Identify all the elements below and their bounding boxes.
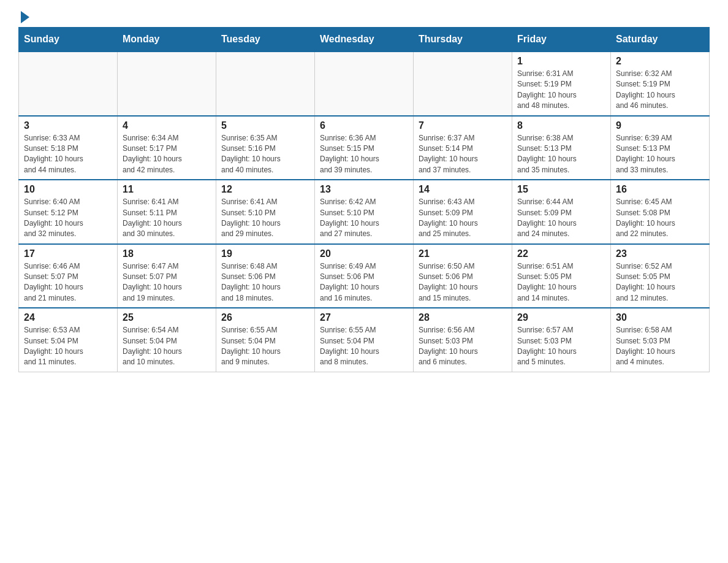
calendar-week-row: 3Sunrise: 6:33 AM Sunset: 5:18 PM Daylig…	[19, 116, 710, 180]
calendar-cell: 14Sunrise: 6:43 AM Sunset: 5:09 PM Dayli…	[414, 180, 512, 244]
day-number: 1	[517, 56, 605, 67]
calendar-cell	[414, 52, 512, 116]
day-info: Sunrise: 6:45 AM Sunset: 5:08 PM Dayligh…	[616, 197, 704, 240]
day-number: 13	[320, 184, 408, 195]
day-number: 5	[221, 120, 309, 131]
calendar-cell: 17Sunrise: 6:46 AM Sunset: 5:07 PM Dayli…	[19, 244, 118, 308]
day-number: 28	[419, 312, 507, 323]
logo	[18, 12, 29, 21]
calendar-cell: 26Sunrise: 6:55 AM Sunset: 5:04 PM Dayli…	[216, 308, 315, 372]
weekday-header-saturday: Saturday	[611, 28, 710, 52]
day-number: 25	[123, 312, 211, 323]
day-info: Sunrise: 6:55 AM Sunset: 5:04 PM Dayligh…	[221, 325, 309, 368]
calendar-week-row: 1Sunrise: 6:31 AM Sunset: 5:19 PM Daylig…	[19, 52, 710, 116]
calendar-cell: 12Sunrise: 6:41 AM Sunset: 5:10 PM Dayli…	[216, 180, 315, 244]
calendar-week-row: 17Sunrise: 6:46 AM Sunset: 5:07 PM Dayli…	[19, 244, 710, 308]
day-number: 29	[517, 312, 605, 323]
calendar-cell: 22Sunrise: 6:51 AM Sunset: 5:05 PM Dayli…	[512, 244, 611, 308]
day-info: Sunrise: 6:58 AM Sunset: 5:03 PM Dayligh…	[616, 325, 704, 368]
day-number: 7	[419, 120, 507, 131]
day-number: 30	[616, 312, 704, 323]
day-info: Sunrise: 6:57 AM Sunset: 5:03 PM Dayligh…	[517, 325, 605, 368]
weekday-header-wednesday: Wednesday	[315, 28, 414, 52]
day-info: Sunrise: 6:51 AM Sunset: 5:05 PM Dayligh…	[517, 261, 605, 304]
calendar-cell: 29Sunrise: 6:57 AM Sunset: 5:03 PM Dayli…	[512, 308, 611, 372]
weekday-header-tuesday: Tuesday	[216, 28, 315, 52]
day-number: 9	[616, 120, 704, 131]
calendar-cell: 24Sunrise: 6:53 AM Sunset: 5:04 PM Dayli…	[19, 308, 118, 372]
calendar-header-row: SundayMondayTuesdayWednesdayThursdayFrid…	[19, 28, 710, 52]
day-info: Sunrise: 6:53 AM Sunset: 5:04 PM Dayligh…	[24, 325, 112, 368]
day-number: 24	[24, 312, 112, 323]
day-info: Sunrise: 6:43 AM Sunset: 5:09 PM Dayligh…	[419, 197, 507, 240]
day-info: Sunrise: 6:41 AM Sunset: 5:11 PM Dayligh…	[123, 197, 211, 240]
day-info: Sunrise: 6:38 AM Sunset: 5:13 PM Dayligh…	[517, 133, 605, 176]
calendar-cell: 2Sunrise: 6:32 AM Sunset: 5:19 PM Daylig…	[611, 52, 710, 116]
day-number: 2	[616, 56, 704, 67]
day-info: Sunrise: 6:41 AM Sunset: 5:10 PM Dayligh…	[221, 197, 309, 240]
day-number: 8	[517, 120, 605, 131]
logo-arrow-icon	[21, 11, 29, 23]
day-info: Sunrise: 6:31 AM Sunset: 5:19 PM Dayligh…	[517, 69, 605, 112]
calendar-cell: 25Sunrise: 6:54 AM Sunset: 5:04 PM Dayli…	[118, 308, 216, 372]
day-number: 16	[616, 184, 704, 195]
calendar-cell: 1Sunrise: 6:31 AM Sunset: 5:19 PM Daylig…	[512, 52, 611, 116]
day-number: 6	[320, 120, 408, 131]
day-info: Sunrise: 6:55 AM Sunset: 5:04 PM Dayligh…	[320, 325, 408, 368]
day-number: 22	[517, 248, 605, 259]
day-number: 20	[320, 248, 408, 259]
calendar-cell: 27Sunrise: 6:55 AM Sunset: 5:04 PM Dayli…	[315, 308, 414, 372]
weekday-header-thursday: Thursday	[414, 28, 512, 52]
day-number: 21	[419, 248, 507, 259]
calendar-cell: 28Sunrise: 6:56 AM Sunset: 5:03 PM Dayli…	[414, 308, 512, 372]
calendar-week-row: 10Sunrise: 6:40 AM Sunset: 5:12 PM Dayli…	[19, 180, 710, 244]
day-number: 15	[517, 184, 605, 195]
calendar-cell: 15Sunrise: 6:44 AM Sunset: 5:09 PM Dayli…	[512, 180, 611, 244]
day-number: 19	[221, 248, 309, 259]
calendar-cell: 30Sunrise: 6:58 AM Sunset: 5:03 PM Dayli…	[611, 308, 710, 372]
day-number: 17	[24, 248, 112, 259]
calendar-cell: 16Sunrise: 6:45 AM Sunset: 5:08 PM Dayli…	[611, 180, 710, 244]
day-info: Sunrise: 6:47 AM Sunset: 5:07 PM Dayligh…	[123, 261, 211, 304]
day-number: 26	[221, 312, 309, 323]
day-number: 4	[123, 120, 211, 131]
day-info: Sunrise: 6:34 AM Sunset: 5:17 PM Dayligh…	[123, 133, 211, 176]
day-info: Sunrise: 6:42 AM Sunset: 5:10 PM Dayligh…	[320, 197, 408, 240]
calendar-table: SundayMondayTuesdayWednesdayThursdayFrid…	[18, 27, 710, 372]
calendar-cell: 5Sunrise: 6:35 AM Sunset: 5:16 PM Daylig…	[216, 116, 315, 180]
day-info: Sunrise: 6:35 AM Sunset: 5:16 PM Dayligh…	[221, 133, 309, 176]
day-info: Sunrise: 6:44 AM Sunset: 5:09 PM Dayligh…	[517, 197, 605, 240]
calendar-cell: 8Sunrise: 6:38 AM Sunset: 5:13 PM Daylig…	[512, 116, 611, 180]
day-info: Sunrise: 6:48 AM Sunset: 5:06 PM Dayligh…	[221, 261, 309, 304]
day-info: Sunrise: 6:52 AM Sunset: 5:05 PM Dayligh…	[616, 261, 704, 304]
calendar-cell: 21Sunrise: 6:50 AM Sunset: 5:06 PM Dayli…	[414, 244, 512, 308]
day-info: Sunrise: 6:32 AM Sunset: 5:19 PM Dayligh…	[616, 69, 704, 112]
day-number: 23	[616, 248, 704, 259]
day-info: Sunrise: 6:40 AM Sunset: 5:12 PM Dayligh…	[24, 197, 112, 240]
day-info: Sunrise: 6:36 AM Sunset: 5:15 PM Dayligh…	[320, 133, 408, 176]
day-info: Sunrise: 6:49 AM Sunset: 5:06 PM Dayligh…	[320, 261, 408, 304]
calendar-cell: 3Sunrise: 6:33 AM Sunset: 5:18 PM Daylig…	[19, 116, 118, 180]
calendar-cell: 4Sunrise: 6:34 AM Sunset: 5:17 PM Daylig…	[118, 116, 216, 180]
calendar-cell	[216, 52, 315, 116]
day-info: Sunrise: 6:50 AM Sunset: 5:06 PM Dayligh…	[419, 261, 507, 304]
day-info: Sunrise: 6:33 AM Sunset: 5:18 PM Dayligh…	[24, 133, 112, 176]
calendar-cell: 7Sunrise: 6:37 AM Sunset: 5:14 PM Daylig…	[414, 116, 512, 180]
page-header	[18, 12, 710, 21]
calendar-cell: 19Sunrise: 6:48 AM Sunset: 5:06 PM Dayli…	[216, 244, 315, 308]
weekday-header-friday: Friday	[512, 28, 611, 52]
day-info: Sunrise: 6:46 AM Sunset: 5:07 PM Dayligh…	[24, 261, 112, 304]
calendar-cell: 13Sunrise: 6:42 AM Sunset: 5:10 PM Dayli…	[315, 180, 414, 244]
day-number: 27	[320, 312, 408, 323]
day-info: Sunrise: 6:54 AM Sunset: 5:04 PM Dayligh…	[123, 325, 211, 368]
day-number: 18	[123, 248, 211, 259]
day-number: 10	[24, 184, 112, 195]
calendar-cell	[118, 52, 216, 116]
calendar-cell: 6Sunrise: 6:36 AM Sunset: 5:15 PM Daylig…	[315, 116, 414, 180]
day-info: Sunrise: 6:39 AM Sunset: 5:13 PM Dayligh…	[616, 133, 704, 176]
day-number: 12	[221, 184, 309, 195]
day-number: 11	[123, 184, 211, 195]
day-number: 3	[24, 120, 112, 131]
calendar-cell: 23Sunrise: 6:52 AM Sunset: 5:05 PM Dayli…	[611, 244, 710, 308]
calendar-cell: 20Sunrise: 6:49 AM Sunset: 5:06 PM Dayli…	[315, 244, 414, 308]
